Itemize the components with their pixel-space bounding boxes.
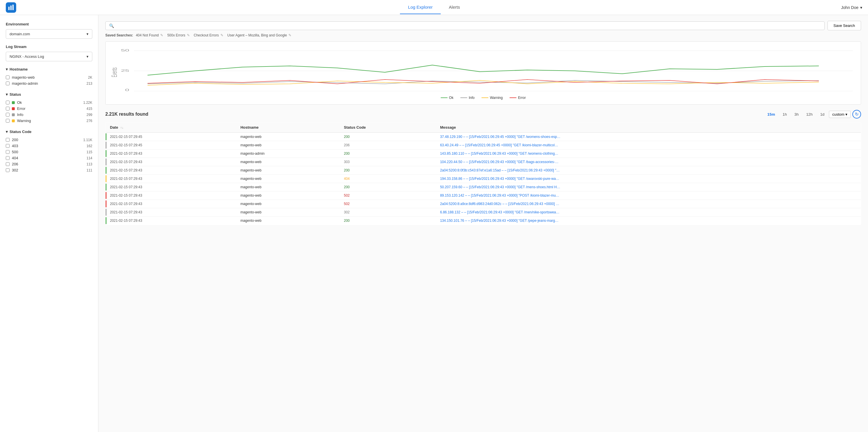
- status-dot: [12, 101, 15, 104]
- status-checkbox[interactable]: [6, 107, 9, 110]
- message-link[interactable]: 2a04:5200:8:0f3b:c543:87ef:e1a6:15ad – –…: [440, 168, 560, 172]
- search-input[interactable]: [116, 24, 821, 28]
- row-status: 200: [340, 133, 436, 141]
- row-hostname: magento-web: [237, 183, 341, 192]
- environment-dropdown[interactable]: domain.com ▾: [6, 29, 92, 39]
- hostname-collapse-toggle[interactable]: ▾ Hostname: [6, 67, 92, 71]
- log-table-body: 2021-02-15 07:29:45 magento-web 200 37.4…: [105, 133, 861, 225]
- statuscode-filter-row[interactable]: 302 111: [6, 167, 92, 173]
- message-link[interactable]: 89.153.120.142 – – [15/Feb/2021:06:29:43…: [440, 194, 559, 198]
- edit-icon[interactable]: ✎: [187, 33, 190, 37]
- tab-log-explorer[interactable]: Log Explorer: [400, 1, 441, 14]
- table-row[interactable]: 2021-02-15 07:29:43 magento-web 502 2a04…: [105, 200, 861, 208]
- statuscode-filter-row[interactable]: 404 114: [6, 155, 92, 161]
- statuscode-filter-row[interactable]: 206 113: [6, 161, 92, 167]
- table-row[interactable]: 2021-02-15 07:29:45 magento-web 200 37.4…: [105, 133, 861, 141]
- table-row[interactable]: 2021-02-15 07:29:43 magento-web 302 6.86…: [105, 208, 861, 217]
- message-link[interactable]: 194.33.158.86 – – [15/Feb/2021:06:29:43 …: [440, 177, 559, 181]
- hostname-checkbox[interactable]: [6, 81, 9, 85]
- time-btn-custom[interactable]: custom ▾: [829, 111, 850, 118]
- status-name: Warning: [17, 119, 31, 123]
- statuscode-count: 115: [87, 150, 92, 154]
- table-row[interactable]: 2021-02-15 07:29:43 magento-admin 200 14…: [105, 149, 861, 158]
- time-btn-1d[interactable]: 1d: [817, 111, 828, 118]
- logstream-dropdown[interactable]: NGINX - Access Log ▾: [6, 52, 92, 61]
- status-filter-row[interactable]: Error 415: [6, 105, 92, 111]
- table-row[interactable]: 2021-02-15 07:29:43 magento-web 303 104.…: [105, 158, 861, 166]
- time-btn-1h[interactable]: 1h: [780, 111, 790, 118]
- message-link[interactable]: 37.48.129.190 – – [15/Feb/2021:06:29:45 …: [440, 135, 560, 139]
- row-status: 200: [340, 183, 436, 192]
- hostname-filter-row[interactable]: magento-web 2K: [6, 74, 92, 80]
- time-btn-15m[interactable]: 15m: [765, 111, 778, 118]
- status-filter-row[interactable]: Ok 1.22K: [6, 99, 92, 105]
- row-hostname: magento-web: [237, 208, 341, 217]
- status-checkbox[interactable]: [6, 101, 9, 104]
- table-row[interactable]: 2021-02-15 07:29:43 magento-web 502 89.1…: [105, 192, 861, 200]
- table-row[interactable]: 2021-02-15 07:29:43 magento-web 200 134.…: [105, 217, 861, 225]
- status-collapse-toggle[interactable]: ▾ Status: [6, 92, 92, 97]
- saved-search-item[interactable]: 500x Errors ✎: [167, 33, 189, 37]
- row-hostname: magento-web: [237, 166, 341, 175]
- time-btn-3h[interactable]: 3h: [792, 111, 802, 118]
- message-link[interactable]: 6.86.188.132 – – [15/Feb/2021:06:29:43 +…: [440, 210, 560, 214]
- row-date: 2021-02-15 07:29:43: [106, 217, 237, 225]
- legend-info-line: [460, 97, 467, 98]
- statuscode-checkbox[interactable]: [6, 168, 9, 172]
- message-link[interactable]: 104.220.44.50 – – [15/Feb/2021:06:29:43 …: [440, 160, 558, 164]
- table-row[interactable]: 2021-02-15 07:29:43 magento-web 404 194.…: [105, 175, 861, 183]
- tab-alerts[interactable]: Alerts: [441, 1, 468, 14]
- row-status: 404: [340, 175, 436, 183]
- table-row[interactable]: 2021-02-15 07:29:43 magento-web 200 50.2…: [105, 183, 861, 192]
- logstream-section: Log Stream NGINX - Access Log ▾: [6, 44, 92, 61]
- status-filter-row[interactable]: Warning 276: [6, 118, 92, 124]
- status-filter-row[interactable]: Info 299: [6, 111, 92, 118]
- statuscode-filter-row[interactable]: 200 1.11K: [6, 137, 92, 143]
- saved-search-item[interactable]: 404 Not Found ✎: [136, 33, 163, 37]
- time-btn-12h[interactable]: 12h: [803, 111, 815, 118]
- hostname-filter-row[interactable]: magento-admin 213: [6, 80, 92, 87]
- table-row[interactable]: 2021-02-15 07:29:45 magento-web 206 63.4…: [105, 141, 861, 149]
- saved-searches: Saved Searches: 404 Not Found ✎500x Erro…: [105, 33, 861, 37]
- date-sort-icon[interactable]: ↑↓: [120, 126, 124, 129]
- row-hostname: magento-web: [237, 192, 341, 200]
- message-link[interactable]: 134.150.101.76 – – [15/Feb/2021:06:29:43…: [440, 219, 558, 223]
- message-link[interactable]: 143.85.180.110 – – [15/Feb/2021:06:29:43…: [440, 152, 558, 156]
- col-status-code: Status Code: [340, 122, 436, 133]
- app-logo[interactable]: [6, 2, 16, 13]
- save-search-button[interactable]: Save Search: [828, 21, 861, 30]
- edit-icon[interactable]: ✎: [160, 33, 163, 37]
- message-link[interactable]: 50.207.159.60 – – [15/Feb/2021:06:29:43 …: [440, 185, 560, 189]
- status-name: Ok: [17, 100, 22, 105]
- edit-icon[interactable]: ✎: [288, 33, 291, 37]
- statuscode-checkbox[interactable]: [6, 138, 9, 142]
- chevron-down-icon: ▾: [6, 92, 8, 97]
- row-status: 200: [340, 166, 436, 175]
- statuscode-checkbox[interactable]: [6, 162, 9, 166]
- row-hostname: magento-web: [237, 200, 341, 208]
- legend-warning: Warning: [482, 96, 503, 100]
- status-checkbox[interactable]: [6, 119, 9, 123]
- log-table: Date ↑↓ Hostname Status Code Message 202…: [105, 122, 861, 225]
- svg-text:Events: Events: [110, 67, 119, 77]
- statuscode-collapse-toggle[interactable]: ▾ Status Code: [6, 130, 92, 134]
- saved-search-item[interactable]: User Agent – Mozilla, Bing and Google ✎: [227, 33, 291, 37]
- row-message: 134.150.101.76 – – [15/Feb/2021:06:29:43…: [437, 217, 861, 225]
- message-link[interactable]: 63.40.24.49 – – [15/Feb/2021:06:29:45 +0…: [440, 143, 558, 147]
- statuscode-checkbox[interactable]: [6, 144, 9, 148]
- table-row[interactable]: 2021-02-15 07:29:43 magento-web 200 2a04…: [105, 166, 861, 175]
- statuscode-filter-row[interactable]: 500 115: [6, 149, 92, 155]
- edit-icon[interactable]: ✎: [220, 33, 223, 37]
- statuscode-filter-row[interactable]: 403 162: [6, 143, 92, 149]
- saved-search-item[interactable]: Checkout Errors ✎: [194, 33, 223, 37]
- status-checkbox[interactable]: [6, 113, 9, 117]
- status-count: 276: [87, 119, 92, 123]
- statuscode-checkbox[interactable]: [6, 156, 9, 160]
- statuscode-checkbox[interactable]: [6, 150, 9, 154]
- row-message: 143.85.180.110 – – [15/Feb/2021:06:29:43…: [437, 149, 861, 158]
- refresh-button[interactable]: ↻: [852, 110, 861, 119]
- statuscode-section: ▾ Status Code 200 1.11K 403 162 500 115 …: [6, 130, 92, 173]
- message-link[interactable]: 2a04:5200:8:a9ce:8df6:d983:24d0:062c – –…: [440, 202, 559, 206]
- user-menu[interactable]: John Doe ▾: [841, 5, 862, 10]
- hostname-checkbox[interactable]: [6, 75, 9, 79]
